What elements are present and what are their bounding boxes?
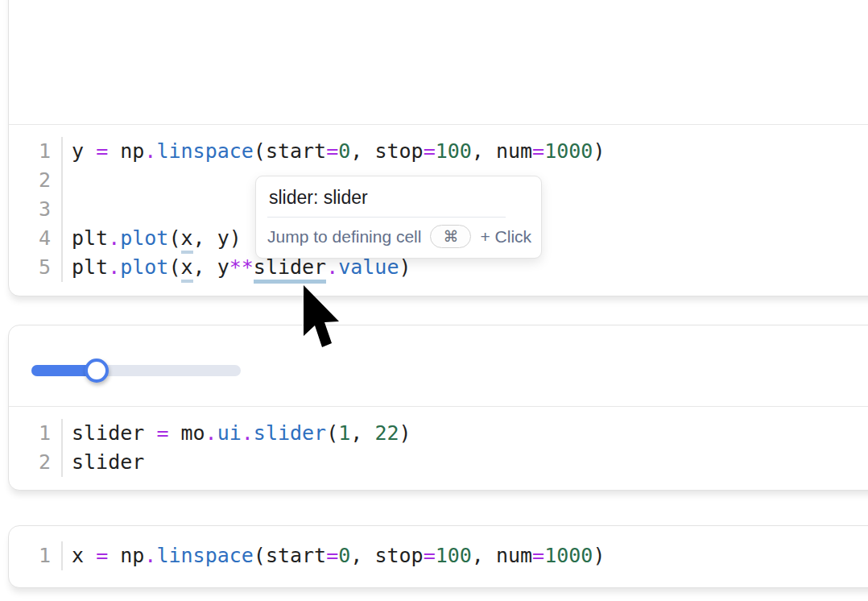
tooltip-action-label: Jump to defining cell (267, 227, 421, 247)
code-lines: slider = mo.ui.slider(1, 22)slider (63, 419, 411, 477)
code-lines: x = np.linspace(start=0, stop=100, num=1… (63, 541, 605, 570)
slider-thumb[interactable] (85, 359, 109, 383)
code-editor[interactable]: 12 slider = mo.ui.slider(1, 22)slider (9, 407, 868, 489)
slider-track[interactable] (31, 365, 241, 376)
cell-x: 1 x = np.linspace(start=0, stop=100, num… (8, 525, 868, 588)
matplotlib-figure: 0.0 0 20 40 60 (18, 0, 868, 20)
variable-tooltip: slider: slider Jump to defining cell ⌘ +… (255, 176, 542, 259)
tooltip-title: slider: slider (256, 176, 541, 217)
line-numbers: 1 (9, 541, 63, 570)
cell-slider: 12 slider = mo.ui.slider(1, 22)slider (8, 325, 868, 491)
notebook-canvas: 0.0 0 20 40 60 12345 y = np.linspace(sta… (0, 0, 868, 601)
line-numbers: 12 (9, 419, 63, 477)
tooltip-click-suffix: + Click (480, 227, 531, 247)
tooltip-jump-action[interactable]: Jump to defining cell ⌘ + Click (256, 218, 541, 258)
code-editor[interactable]: 1 x = np.linspace(start=0, stop=100, num… (9, 526, 868, 586)
plot-output: 0.0 0 20 40 60 (9, 0, 868, 125)
command-key-badge: ⌘ (430, 225, 471, 248)
line-numbers: 12345 (9, 137, 63, 282)
slider-widget[interactable] (31, 359, 241, 383)
slider-output (9, 325, 868, 407)
mouse-cursor-icon (303, 285, 340, 353)
